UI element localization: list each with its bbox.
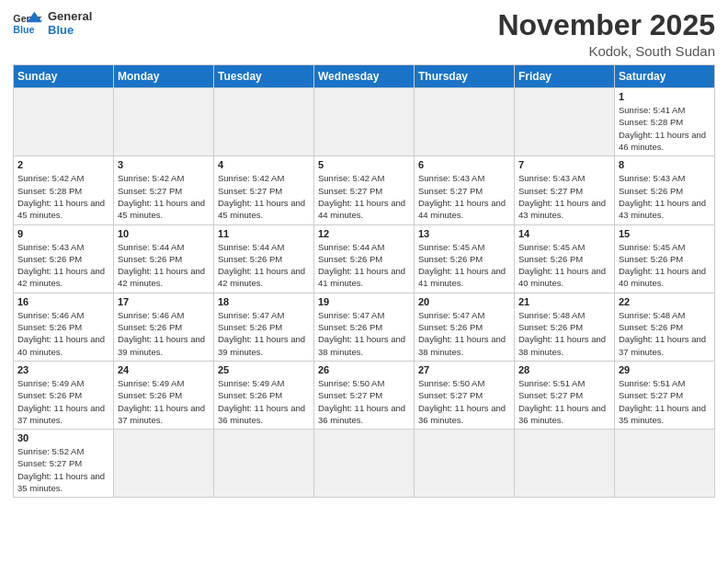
calendar-cell: 15Sunrise: 5:45 AM Sunset: 5:26 PM Dayli…: [615, 224, 715, 293]
day-number: 26: [318, 364, 410, 375]
day-info: Sunrise: 5:52 AM Sunset: 5:27 PM Dayligh…: [17, 445, 109, 494]
weekday-header-thursday: Thursday: [415, 65, 515, 88]
day-number: 10: [118, 228, 210, 239]
day-number: 29: [619, 364, 711, 375]
calendar-cell: 14Sunrise: 5:45 AM Sunset: 5:26 PM Dayli…: [515, 224, 615, 293]
title-block: November 2025 Kodok, South Sudan: [497, 9, 715, 59]
day-number: 20: [418, 296, 510, 307]
calendar-cell: [314, 88, 415, 156]
day-number: 1: [619, 91, 711, 102]
calendar-cell: [515, 88, 615, 156]
weekday-header-wednesday: Wednesday: [314, 65, 415, 88]
svg-text:Blue: Blue: [13, 24, 34, 35]
day-number: 3: [118, 159, 210, 170]
logo: General Blue General Blue: [13, 9, 92, 37]
day-info: Sunrise: 5:46 AM Sunset: 5:26 PM Dayligh…: [118, 309, 210, 358]
day-number: 6: [418, 159, 510, 170]
day-number: 13: [418, 228, 510, 239]
day-number: 2: [17, 159, 109, 170]
logo-icon: General Blue: [13, 10, 42, 36]
calendar-cell: 5Sunrise: 5:42 AM Sunset: 5:27 PM Daylig…: [314, 156, 415, 224]
weekday-header-friday: Friday: [515, 65, 615, 88]
day-info: Sunrise: 5:42 AM Sunset: 5:27 PM Dayligh…: [218, 172, 310, 221]
calendar-cell: [415, 430, 515, 498]
calendar-cell: 29Sunrise: 5:51 AM Sunset: 5:27 PM Dayli…: [615, 361, 715, 429]
calendar-cell: 23Sunrise: 5:49 AM Sunset: 5:26 PM Dayli…: [14, 361, 114, 429]
day-number: 5: [318, 159, 410, 170]
day-number: 11: [218, 228, 310, 239]
day-info: Sunrise: 5:45 AM Sunset: 5:26 PM Dayligh…: [418, 241, 510, 290]
day-info: Sunrise: 5:45 AM Sunset: 5:26 PM Dayligh…: [518, 241, 610, 290]
day-info: Sunrise: 5:47 AM Sunset: 5:26 PM Dayligh…: [418, 309, 510, 358]
day-info: Sunrise: 5:49 AM Sunset: 5:26 PM Dayligh…: [118, 377, 210, 426]
day-info: Sunrise: 5:48 AM Sunset: 5:26 PM Dayligh…: [518, 309, 610, 358]
calendar-cell: [14, 88, 114, 156]
calendar-cell: [415, 88, 515, 156]
weekday-header-tuesday: Tuesday: [214, 65, 314, 88]
day-number: 23: [17, 364, 109, 375]
calendar-table: SundayMondayTuesdayWednesdayThursdayFrid…: [13, 64, 715, 498]
week-row-3: 9Sunrise: 5:43 AM Sunset: 5:26 PM Daylig…: [14, 224, 715, 293]
day-info: Sunrise: 5:49 AM Sunset: 5:26 PM Dayligh…: [218, 377, 310, 426]
calendar-cell: 11Sunrise: 5:44 AM Sunset: 5:26 PM Dayli…: [214, 224, 314, 293]
day-info: Sunrise: 5:46 AM Sunset: 5:26 PM Dayligh…: [17, 309, 109, 358]
header: General Blue General Blue November 2025 …: [13, 9, 715, 59]
day-number: 24: [118, 364, 210, 375]
calendar-cell: 17Sunrise: 5:46 AM Sunset: 5:26 PM Dayli…: [114, 293, 214, 361]
day-info: Sunrise: 5:49 AM Sunset: 5:26 PM Dayligh…: [17, 377, 109, 426]
day-number: 28: [518, 364, 610, 375]
page: General Blue General Blue November 2025 …: [0, 0, 728, 563]
day-number: 4: [218, 159, 310, 170]
day-info: Sunrise: 5:42 AM Sunset: 5:27 PM Dayligh…: [118, 172, 210, 221]
calendar-cell: 22Sunrise: 5:48 AM Sunset: 5:26 PM Dayli…: [615, 293, 715, 361]
calendar-cell: 24Sunrise: 5:49 AM Sunset: 5:26 PM Dayli…: [114, 361, 214, 429]
day-number: 16: [17, 296, 109, 307]
weekday-header-monday: Monday: [114, 65, 214, 88]
week-row-5: 23Sunrise: 5:49 AM Sunset: 5:26 PM Dayli…: [14, 361, 715, 429]
calendar-cell: 28Sunrise: 5:51 AM Sunset: 5:27 PM Dayli…: [515, 361, 615, 429]
weekday-header-row: SundayMondayTuesdayWednesdayThursdayFrid…: [14, 65, 715, 88]
day-info: Sunrise: 5:41 AM Sunset: 5:28 PM Dayligh…: [619, 104, 711, 153]
week-row-1: 1Sunrise: 5:41 AM Sunset: 5:28 PM Daylig…: [14, 88, 715, 156]
calendar-cell: 21Sunrise: 5:48 AM Sunset: 5:26 PM Dayli…: [515, 293, 615, 361]
calendar-cell: 7Sunrise: 5:43 AM Sunset: 5:27 PM Daylig…: [515, 156, 615, 224]
month-title: November 2025: [497, 9, 715, 41]
location: Kodok, South Sudan: [497, 43, 715, 59]
day-info: Sunrise: 5:42 AM Sunset: 5:28 PM Dayligh…: [17, 172, 109, 221]
day-number: 18: [218, 296, 310, 307]
day-info: Sunrise: 5:44 AM Sunset: 5:26 PM Dayligh…: [318, 241, 410, 290]
week-row-6: 30Sunrise: 5:52 AM Sunset: 5:27 PM Dayli…: [14, 430, 715, 498]
day-info: Sunrise: 5:45 AM Sunset: 5:26 PM Dayligh…: [619, 241, 711, 290]
day-number: 22: [619, 296, 711, 307]
calendar-cell: [615, 430, 715, 498]
day-number: 8: [619, 159, 711, 170]
day-number: 27: [418, 364, 510, 375]
day-info: Sunrise: 5:44 AM Sunset: 5:26 PM Dayligh…: [218, 241, 310, 290]
calendar-cell: [114, 430, 214, 498]
day-info: Sunrise: 5:42 AM Sunset: 5:27 PM Dayligh…: [318, 172, 410, 221]
calendar-cell: [114, 88, 214, 156]
day-number: 25: [218, 364, 310, 375]
calendar-cell: 20Sunrise: 5:47 AM Sunset: 5:26 PM Dayli…: [415, 293, 515, 361]
logo-blue-text: Blue: [48, 23, 92, 37]
calendar-cell: 10Sunrise: 5:44 AM Sunset: 5:26 PM Dayli…: [114, 224, 214, 293]
calendar-cell: 27Sunrise: 5:50 AM Sunset: 5:27 PM Dayli…: [415, 361, 515, 429]
calendar-cell: 25Sunrise: 5:49 AM Sunset: 5:26 PM Dayli…: [214, 361, 314, 429]
day-number: 7: [518, 159, 610, 170]
calendar-cell: 6Sunrise: 5:43 AM Sunset: 5:27 PM Daylig…: [415, 156, 515, 224]
calendar-cell: 19Sunrise: 5:47 AM Sunset: 5:26 PM Dayli…: [314, 293, 415, 361]
calendar-cell: 30Sunrise: 5:52 AM Sunset: 5:27 PM Dayli…: [14, 430, 114, 498]
calendar-cell: 4Sunrise: 5:42 AM Sunset: 5:27 PM Daylig…: [214, 156, 314, 224]
day-info: Sunrise: 5:50 AM Sunset: 5:27 PM Dayligh…: [418, 377, 510, 426]
calendar-cell: 9Sunrise: 5:43 AM Sunset: 5:26 PM Daylig…: [14, 224, 114, 293]
weekday-header-saturday: Saturday: [615, 65, 715, 88]
day-number: 21: [518, 296, 610, 307]
logo-general-text: General: [48, 9, 92, 23]
calendar-cell: [214, 88, 314, 156]
day-number: 12: [318, 228, 410, 239]
week-row-4: 16Sunrise: 5:46 AM Sunset: 5:26 PM Dayli…: [14, 293, 715, 361]
day-number: 30: [17, 432, 109, 443]
weekday-header-sunday: Sunday: [14, 65, 114, 88]
day-number: 15: [619, 228, 711, 239]
calendar-cell: 8Sunrise: 5:43 AM Sunset: 5:26 PM Daylig…: [615, 156, 715, 224]
